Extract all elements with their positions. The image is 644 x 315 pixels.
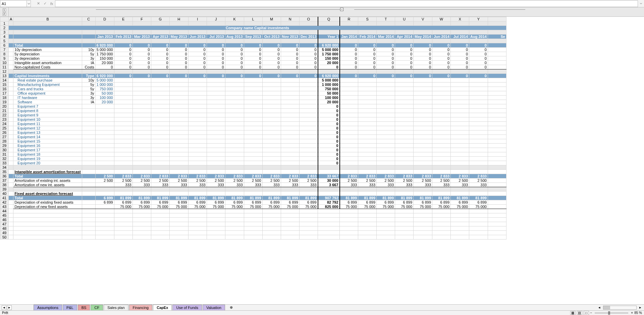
row-header[interactable]: 15	[0, 83, 9, 87]
name-box-dropdown[interactable]	[27, 0, 31, 7]
col-header[interactable]: I	[188, 17, 207, 21]
outline-level-1[interactable]: 1	[3, 8, 6, 12]
row-header[interactable]: 32	[0, 157, 9, 161]
capinv-item[interactable]: Equipment 9	[13, 113, 82, 117]
col-header[interactable]: S	[358, 17, 377, 21]
col-header[interactable]: A	[9, 17, 13, 21]
sheet-tab[interactable]: Financing	[129, 305, 153, 311]
capinv-item[interactable]: Equipment 17	[13, 148, 82, 152]
tab-scroll-left[interactable]: ◂	[597, 305, 602, 310]
row-header[interactable]: 4	[0, 35, 9, 39]
col-header[interactable]: H	[169, 17, 188, 21]
col-header[interactable]: G	[151, 17, 169, 21]
cancel-formula-button[interactable]: ✕	[35, 0, 42, 7]
row-header[interactable]: 24	[0, 122, 9, 126]
capinv-item[interactable]: IT hardware	[13, 96, 82, 100]
row-header[interactable]: 3	[0, 30, 9, 35]
sheet-tab[interactable]: P&L	[63, 305, 77, 311]
row-header[interactable]: 6	[0, 43, 9, 48]
col-header[interactable]: Y	[469, 17, 488, 21]
zoom-in[interactable]: +	[631, 311, 633, 315]
row-header[interactable]: 26	[0, 130, 9, 135]
row-header[interactable]: 18	[0, 96, 9, 100]
select-all[interactable]	[0, 17, 9, 21]
row-header[interactable]: 1	[0, 21, 9, 26]
row-header[interactable]: 44	[0, 209, 9, 213]
row-header[interactable]: 16	[0, 87, 9, 91]
sheet-tab[interactable]: CapEx	[153, 305, 172, 311]
col-header[interactable]: N	[281, 17, 299, 21]
capinv-item[interactable]: Equipment 19	[13, 157, 82, 161]
row-header[interactable]: 21	[0, 109, 9, 113]
tab-scroll-right[interactable]: ▸	[638, 305, 643, 310]
row-header[interactable]: 48	[0, 226, 9, 231]
capinv-item[interactable]: Equipment 12	[13, 126, 82, 130]
row-header[interactable]: 37	[0, 178, 9, 183]
row-header[interactable]: 31	[0, 152, 9, 157]
outline-collapse-button[interactable]: −	[340, 8, 343, 11]
capinv-item[interactable]: Equipment 7	[13, 104, 82, 109]
row-header[interactable]: 36	[0, 174, 9, 178]
tab-nav-first[interactable]: ◂	[2, 305, 6, 310]
spreadsheet-grid[interactable]: ABCDEFGHIJKLMNOQRSTUVWXY12Company name C…	[0, 17, 644, 304]
col-header[interactable]: E	[114, 17, 132, 21]
sheet-tab[interactable]: Assumptions	[34, 305, 62, 311]
row-header[interactable]: 45	[0, 213, 9, 218]
accept-formula-button[interactable]: ✓	[42, 0, 48, 7]
capinv-item[interactable]: Equipment 10	[13, 117, 82, 122]
col-header[interactable]: D	[95, 17, 114, 21]
row-header[interactable]: 41	[0, 196, 9, 200]
row-header[interactable]: 19	[0, 100, 9, 104]
capinv-item[interactable]: Equipment 15	[13, 139, 82, 144]
row-header[interactable]: 29	[0, 144, 9, 148]
row-header[interactable]: 14	[0, 78, 9, 83]
row-header[interactable]: 22	[0, 113, 9, 117]
row-header[interactable]: 40	[0, 192, 9, 196]
fx-button[interactable]: fx	[48, 0, 55, 7]
row-header[interactable]: 50	[0, 235, 9, 240]
zoom-out[interactable]: −	[590, 311, 592, 315]
sheet-tab[interactable]: Sales plan	[104, 305, 128, 311]
row-header[interactable]: 35	[0, 170, 9, 174]
row-header[interactable]: 43	[0, 205, 9, 209]
row-header[interactable]: 49	[0, 231, 9, 235]
capinv-item[interactable]: Software	[13, 100, 82, 104]
capinv-item[interactable]: Equipment 20	[13, 161, 82, 165]
horizontal-scrollbar[interactable]	[603, 306, 637, 310]
capinv-item[interactable]: Office equipment	[13, 91, 82, 96]
col-header[interactable]: U	[395, 17, 414, 21]
capinv-item[interactable]: Equipment 18	[13, 152, 82, 157]
expand-formula-bar[interactable]	[638, 0, 644, 7]
col-header[interactable]: B	[13, 17, 82, 21]
row-header[interactable]: 25	[0, 126, 9, 130]
col-header[interactable]: L	[244, 17, 262, 21]
capinv-item[interactable]: Equipment 8	[13, 109, 82, 113]
sheet-tab[interactable]: BS	[78, 305, 90, 311]
col-header[interactable]: C	[82, 17, 95, 21]
capinv-item[interactable]: Equipment 13	[13, 130, 82, 135]
row-header[interactable]: 10	[0, 61, 9, 65]
col-header[interactable]: X	[451, 17, 469, 21]
sheet-tab[interactable]: Use of Funds	[172, 305, 202, 311]
col-header[interactable]	[488, 17, 506, 21]
row-header[interactable]: 17	[0, 91, 9, 96]
capinv-item[interactable]: Equipment 16	[13, 144, 82, 148]
add-sheet-button[interactable]: ⊕	[228, 305, 234, 310]
capinv-item[interactable]: Manufacturing Equipment	[13, 83, 82, 87]
view-page-layout[interactable]: ▤	[577, 311, 582, 315]
col-header[interactable]: J	[207, 17, 225, 21]
row-header[interactable]: 34	[0, 165, 9, 170]
row-header[interactable]: 13	[0, 74, 9, 78]
sheet-tab[interactable]: Valuation	[203, 305, 225, 311]
capinv-item[interactable]: Real estate purchase	[13, 78, 82, 83]
row-header[interactable]: 38	[0, 183, 9, 187]
row-header[interactable]: 27	[0, 135, 9, 139]
row-header[interactable]: 20	[0, 104, 9, 109]
row-header[interactable]: 39	[0, 187, 9, 192]
row-header[interactable]: 8	[0, 52, 9, 56]
col-header[interactable]: W	[432, 17, 451, 21]
col-header[interactable]: K	[225, 17, 244, 21]
row-header[interactable]: 7	[0, 48, 9, 52]
name-box[interactable]: A1	[0, 0, 27, 7]
row-header[interactable]: 47	[0, 222, 9, 226]
